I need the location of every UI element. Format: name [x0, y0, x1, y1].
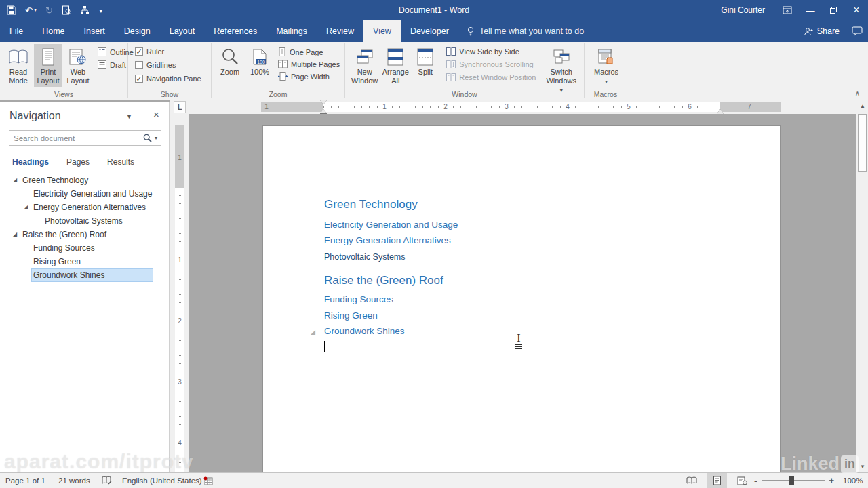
navigation-pane-close-icon[interactable]: ×: [153, 108, 159, 120]
word-count[interactable]: 21 words: [58, 473, 90, 488]
tab-mailings[interactable]: Mailings: [267, 20, 317, 42]
multiple-pages-button[interactable]: Multiple Pages: [278, 60, 340, 68]
indent-markers[interactable]: [319, 100, 328, 114]
collapse-triangle-icon[interactable]: ◢: [13, 231, 17, 237]
doc-heading-2[interactable]: Rising Green: [324, 310, 378, 321]
nav-item-raise-green-roof[interactable]: ◢ Raise the (Green) Roof: [0, 228, 167, 241]
zoom-in-button[interactable]: +: [829, 473, 834, 488]
web-layout-view-icon[interactable]: [732, 473, 752, 488]
vertical-scrollbar[interactable]: ▲ ▼: [856, 100, 868, 472]
hanging-indent-marker[interactable]: [320, 106, 327, 113]
arrange-all-button[interactable]: Arrange All: [381, 44, 410, 87]
gridlines-checkbox[interactable]: Gridlines: [135, 61, 208, 69]
document-area[interactable]: Green Technology Electricity Generation …: [189, 114, 856, 472]
lightbulb-icon: [467, 26, 475, 36]
page-width-button[interactable]: Page Width: [278, 72, 340, 81]
ribbon-display-options-icon[interactable]: [776, 0, 799, 20]
print-preview-icon[interactable]: [62, 5, 71, 15]
read-mode-button[interactable]: Read Mode: [4, 44, 33, 87]
doc-heading-1[interactable]: Green Technology: [324, 198, 418, 211]
page-indicator[interactable]: Page 1 of 1: [5, 473, 45, 488]
org-chart-icon[interactable]: [80, 5, 90, 15]
tab-references[interactable]: References: [204, 20, 267, 42]
right-indent-marker[interactable]: [717, 106, 724, 114]
language-indicator[interactable]: English (United States): [122, 473, 202, 488]
zoom-percentage[interactable]: 100%: [843, 473, 863, 488]
ribbon-view: Read Mode Print Layout Web Layout: [0, 42, 868, 100]
customize-qat-icon[interactable]: —▾: [98, 7, 104, 13]
tab-design[interactable]: Design: [115, 20, 160, 42]
macros-icon: [597, 46, 615, 68]
scroll-up-icon[interactable]: ▲: [856, 100, 868, 112]
tell-me-box[interactable]: Tell me what you want to do: [458, 20, 592, 42]
tab-selector[interactable]: L: [174, 101, 186, 113]
macro-record-icon[interactable]: [203, 473, 213, 488]
doc-heading-2[interactable]: Energy Generation Alternatives: [324, 235, 451, 245]
navigation-pane-menu-icon[interactable]: ▼: [126, 113, 132, 120]
search-options-arrow-icon[interactable]: ▾: [155, 135, 157, 141]
macros-button[interactable]: Macros▾: [591, 44, 621, 87]
zoom-slider-thumb[interactable]: [789, 476, 794, 485]
horizontal-ruler[interactable]: L 1 1 2 3 4 5 6 7: [170, 100, 856, 114]
nav-item-groundwork-shines[interactable]: Groundwork Shines: [0, 268, 167, 282]
scrollbar-thumb[interactable]: [858, 114, 867, 172]
search-icon[interactable]: [143, 134, 152, 142]
minimize-button[interactable]: —: [799, 0, 822, 20]
doc-heading-3[interactable]: Photovoltaic Systems: [324, 252, 406, 262]
read-mode-view-icon[interactable]: [682, 473, 702, 488]
heading-collapse-triangle-icon[interactable]: ◢: [311, 329, 315, 336]
restore-button[interactable]: [822, 0, 845, 20]
zoom-out-button[interactable]: -: [754, 473, 757, 488]
user-name[interactable]: Gini Courter: [721, 5, 765, 15]
proofing-icon[interactable]: [102, 473, 112, 488]
collapse-ribbon-icon[interactable]: ∧: [855, 89, 860, 97]
nav-item-rising-green[interactable]: Rising Green: [0, 255, 167, 268]
view-side-by-side-button[interactable]: View Side by Side: [446, 47, 536, 56]
tab-view[interactable]: View: [363, 20, 401, 42]
nav-item-photovoltaic[interactable]: Photovoltaic Systems: [0, 214, 167, 228]
print-layout-view-icon[interactable]: [707, 473, 727, 488]
zoom-button[interactable]: Zoom: [216, 44, 244, 78]
tab-insert[interactable]: Insert: [75, 20, 115, 42]
doc-heading-2[interactable]: Funding Sources: [324, 294, 393, 304]
site-watermark: aparat.com/itprotv: [4, 450, 194, 473]
tab-developer[interactable]: Developer: [401, 20, 458, 42]
print-layout-button[interactable]: Print Layout: [34, 44, 62, 87]
nav-tab-pages[interactable]: Pages: [66, 157, 90, 167]
nav-tab-results[interactable]: Results: [107, 157, 134, 167]
doc-heading-2[interactable]: Electricity Generation and Usage: [324, 220, 458, 230]
ruler-checkbox[interactable]: ✓ Ruler: [135, 47, 208, 56]
close-button[interactable]: ×: [845, 0, 868, 20]
tab-home[interactable]: Home: [33, 20, 74, 42]
web-layout-button[interactable]: Web Layout: [64, 44, 92, 87]
undo-icon[interactable]: ↶▾: [25, 6, 37, 15]
redo-icon[interactable]: ↻: [45, 6, 53, 15]
collapse-triangle-icon[interactable]: ◢: [24, 204, 28, 210]
nav-tab-headings[interactable]: Headings: [12, 157, 49, 167]
comment-icon[interactable]: [852, 26, 863, 36]
navigation-pane-checkbox[interactable]: ✓ Navigation Pane: [135, 75, 208, 83]
nav-item-energy-generation[interactable]: ◢ Energy Generation Alternatives: [0, 201, 167, 214]
ruler-number: 1: [175, 154, 184, 161]
zoom-100-button[interactable]: 100 100%: [245, 44, 274, 78]
save-icon[interactable]: [7, 5, 16, 15]
new-window-button[interactable]: New Window: [349, 44, 380, 87]
document-page[interactable]: Green Technology Electricity Generation …: [262, 125, 781, 472]
nav-item-green-technology[interactable]: ◢ Green Technology: [0, 174, 167, 187]
split-button[interactable]: Split: [411, 44, 439, 78]
share-button[interactable]: Share: [804, 26, 840, 36]
vertical-ruler[interactable]: 1 1 2 3 4: [170, 114, 189, 472]
doc-heading-2[interactable]: Groundwork Shines: [324, 326, 405, 336]
switch-windows-button[interactable]: Switch Windows ▾: [541, 44, 581, 96]
nav-item-electricity-generation[interactable]: Electricity Generation and Usage: [0, 187, 167, 201]
collapse-triangle-icon[interactable]: ◢: [13, 177, 17, 183]
group-label-show: Show: [128, 90, 211, 98]
search-input[interactable]: [9, 134, 143, 142]
tab-layout[interactable]: Layout: [160, 20, 205, 42]
tab-file[interactable]: File: [0, 20, 33, 42]
tab-review[interactable]: Review: [317, 20, 363, 42]
one-page-button[interactable]: One Page: [278, 47, 340, 56]
doc-heading-1[interactable]: Raise the (Green) Roof: [324, 274, 443, 287]
search-box: ▾: [9, 130, 161, 146]
nav-item-funding-sources[interactable]: Funding Sources: [0, 241, 167, 255]
